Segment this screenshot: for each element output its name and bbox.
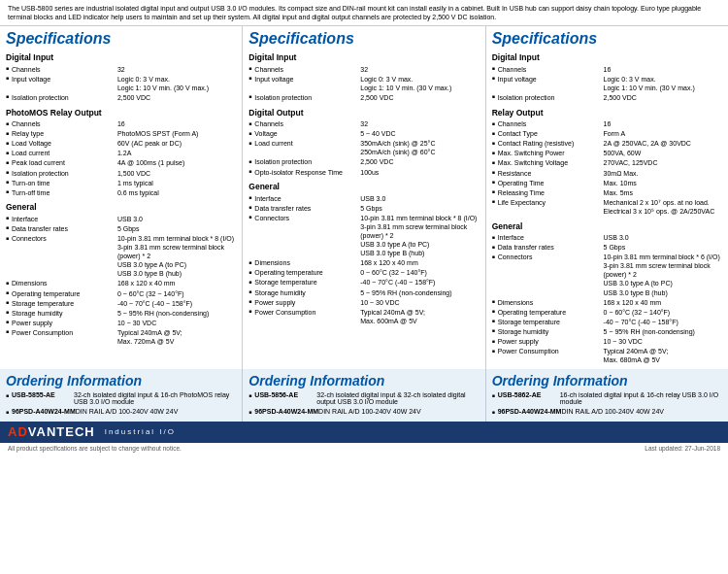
spec-label: Isolation protection (6, 92, 116, 102)
spec-label: Isolation protection (492, 92, 603, 102)
spec-value: Form A (603, 129, 722, 139)
spec-value: 1 ms typical (116, 178, 236, 187)
spec-value: 30mΩ Max. (603, 168, 722, 178)
order-code: 96PSD-A40W24-MM (492, 408, 562, 415)
spec-label: Power supply (248, 297, 359, 307)
order-desc: DIN RAIL A/D 100-240V 40W 24V (76, 408, 237, 415)
order-code: USB-5862-AE (492, 391, 560, 398)
spec-value: 10-pin 3.81 mm terminal block * 6 (I/O)3… (603, 253, 722, 297)
order-item: USB-5855-AE 32-ch isolated digital input… (6, 391, 236, 405)
ordering-section-2: Ordering Information USB-5862-AE 16-ch i… (486, 369, 728, 422)
spec-value: 5 Gbps (603, 243, 722, 253)
spec-value: 60V (AC peak or DC) (116, 139, 236, 149)
intro-text: The USB-5800 series are industrial isola… (8, 5, 701, 20)
spec-value: Logic 0: 3 V max.Logic 1: 10 V min. (30 … (116, 74, 236, 92)
spec-label: Dimensions (492, 297, 603, 307)
spec-value: 2,500 VDC (359, 157, 479, 167)
spec-label: Dimensions (6, 279, 116, 288)
spec-label: Storage humidity (6, 308, 116, 318)
spec-value: 5 ~ 95% RH (non-condensing) (603, 326, 722, 336)
spec-label: Channels (6, 64, 116, 74)
spec-value: Typical 240mA @ 5V;Max. 680mA @ 5V (603, 347, 722, 365)
general-title-1: General (248, 182, 479, 191)
order-code: 96PSD-A40W24-MM (248, 408, 318, 415)
spec-label: Dimensions (248, 258, 359, 268)
spec-label: Input voltage (6, 74, 116, 92)
spec-label: Interface (6, 214, 116, 223)
order-desc: DIN RAIL A/D 100-240V 40W 24V (318, 408, 480, 415)
spec-label: Input voltage (248, 74, 359, 92)
general-title-2: General (492, 221, 722, 231)
spec-label: Power supply (6, 318, 116, 327)
spec-label: Channels (492, 64, 603, 74)
spec-value: 0 ~ 60°C (32 ~ 140°F) (116, 288, 236, 298)
spec-label: Data transfer rates (492, 243, 603, 253)
footer-note: All product specifications are subject t… (8, 445, 182, 452)
spec-label: Operating Time (492, 178, 603, 187)
order-code: USB-5855-AE (6, 391, 74, 398)
spec-value: Max. 10ms (603, 178, 722, 187)
spec-value: 32 (359, 119, 479, 129)
spec-value: 2,500 VDC (359, 92, 479, 102)
spec-value: 5 ~ 40 VDC (359, 129, 479, 139)
spec-label: Peak load current (6, 158, 116, 168)
order-code: USB-5856-AE (248, 391, 316, 398)
spec-value: 100us (359, 167, 479, 177)
spec-label: Storage temperature (6, 298, 116, 308)
spec-label: Connectors (6, 234, 116, 279)
section-title-2: Specifications (492, 30, 722, 48)
spec-label: Connectors (248, 213, 359, 257)
order-desc: 32-ch isolated digital input & 32-ch iso… (316, 391, 479, 405)
spec-value: USB 3.0 (603, 233, 722, 243)
general-title-0: General (6, 202, 236, 212)
spec-label: Channels (248, 64, 359, 74)
spec-value: -40 ~ 70°C (-40 ~ 158°F) (603, 317, 722, 326)
spec-label: Power supply (492, 337, 603, 347)
spec-label: Operating temperature (492, 307, 603, 317)
spec-label: Power Consumption (492, 347, 603, 365)
spec-value: 0 ~ 60°C (32 ~ 140°F) (603, 307, 722, 317)
spec-value: 16 (603, 64, 722, 74)
spec-label: Load Voltage (6, 139, 116, 149)
digital-output-title-1: Digital Output (248, 108, 479, 118)
photomos-title-0: PhotoMOS Relay Output (6, 108, 236, 118)
column-1: SpecificationsDigital Input Channels 32 … (243, 26, 485, 369)
ordering-row: Ordering Information USB-5855-AE 32-ch i… (0, 369, 728, 422)
spec-label: Relay type (6, 129, 116, 139)
spec-label: Interface (248, 193, 359, 203)
spec-label: Data transfer rates (248, 203, 359, 213)
bottom-bar: ADVANTECH Industrial I/O (0, 422, 728, 443)
spec-label: Voltage (248, 129, 359, 139)
order-item: 96PSD-A40W24-MM DIN RAIL A/D 100-240V 40… (6, 408, 236, 415)
main-columns: SpecificationsDigital Input Channels 32 … (0, 26, 728, 369)
spec-label: Opto-isolator Response Time (248, 167, 359, 177)
spec-value: 5 Gbps (359, 203, 479, 213)
order-item: USB-5862-AE 16-ch isolated digital input… (492, 391, 722, 405)
spec-value: 10-pin 3.81 mm terminal block * 8 (I/O)3… (116, 234, 236, 279)
spec-label: Storage temperature (492, 317, 603, 326)
spec-label: Life Expectancy (492, 197, 603, 216)
spec-label: Power Consumption (248, 307, 359, 325)
spec-label: Data transfer rates (6, 223, 116, 233)
spec-label: Storage humidity (492, 326, 603, 336)
spec-value: 2A @ 250VAC, 2A @ 30VDC (603, 139, 722, 149)
spec-value: USB 3.0 (116, 214, 236, 223)
spec-value: 32 (116, 64, 236, 74)
spec-label: Load current (6, 149, 116, 158)
spec-value: 2,500 VDC (603, 92, 722, 102)
spec-value: 0.6 ms typical (116, 187, 236, 197)
order-code: 96PSD-A40W24-MM (6, 408, 76, 415)
digital-input-title-2: Digital Input (492, 52, 722, 62)
spec-value: USB 3.0 (359, 193, 479, 203)
ordering-section-0: Ordering Information USB-5855-AE 32-ch i… (0, 369, 243, 422)
spec-value: Logic 0: 3 V max.Logic 1: 10 V min. (30 … (359, 74, 479, 92)
spec-label: Isolation protection (248, 92, 359, 102)
spec-label: Isolation protection (6, 168, 116, 178)
spec-value: 1,500 VDC (116, 168, 236, 178)
spec-label: Interface (492, 233, 603, 243)
spec-label: Releasing Time (492, 187, 603, 197)
ordering-title-1: Ordering Information (248, 373, 479, 388)
spec-value: 1.2A (116, 149, 236, 158)
spec-value: 10 ~ 30 VDC (359, 297, 479, 307)
spec-value: -40 ~ 70°C (-40 ~ 158°F) (116, 298, 236, 308)
